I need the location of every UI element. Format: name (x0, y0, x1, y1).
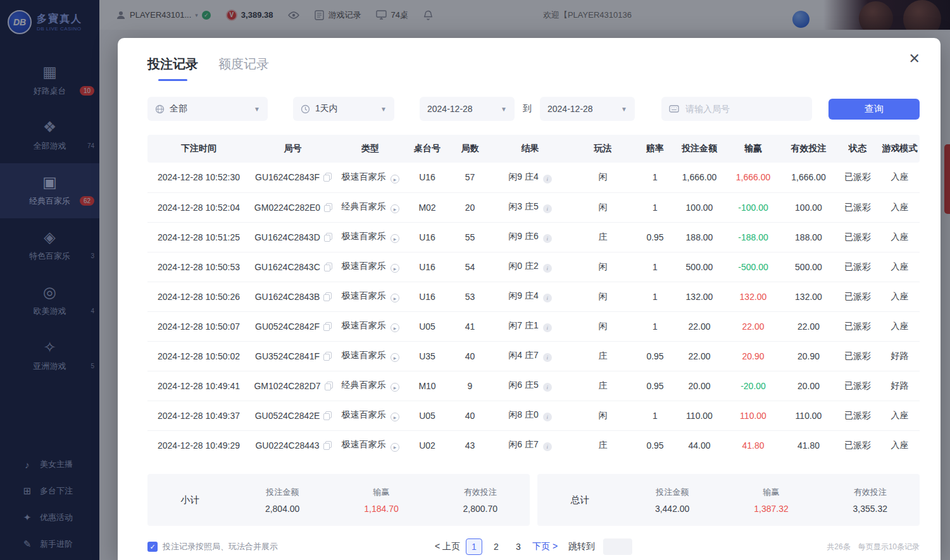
copy-icon[interactable] (324, 353, 330, 360)
cell-bet-amount: 22.00 (674, 311, 725, 341)
copy-icon[interactable] (324, 174, 330, 181)
copy-icon[interactable] (324, 323, 330, 330)
page-number-button[interactable]: 2 (488, 538, 504, 555)
cell-bet-time: 2024-12-28 10:50:02 (147, 341, 250, 371)
info-icon[interactable] (543, 204, 552, 213)
cell-odds: 0.95 (636, 222, 674, 252)
copy-icon[interactable] (325, 234, 331, 241)
tab-credit-records[interactable]: 额度记录 (218, 56, 269, 81)
cell-result: 闲3 庄5 (491, 192, 570, 222)
play-video-icon[interactable] (391, 383, 399, 392)
cell-valid-bet: 1,666.00 (782, 163, 835, 192)
date-to-value: 2024-12-28 (547, 104, 593, 114)
cell-table-number: U16 (405, 282, 449, 311)
info-icon[interactable] (543, 234, 552, 243)
copy-icon[interactable] (324, 294, 330, 301)
bet-record-row: 2024-12-28 10:50:53 GU1624C2843C 极速百家乐 U… (147, 252, 920, 282)
cell-result: 闲7 庄1 (491, 311, 570, 341)
play-video-icon[interactable] (391, 323, 399, 332)
cell-round-count: 43 (449, 430, 491, 460)
bet-record-row: 2024-12-28 10:49:29 GU0224C28443 极速百家乐 U… (147, 430, 920, 460)
keypad-icon (669, 105, 679, 113)
cell-bet-amount: 20.00 (674, 371, 725, 401)
bet-records-modal: ✕ 投注记录 额度记录 全部 ▼ 1天内 ▼ 2024-12-28 ▼ 到 20… (118, 38, 941, 560)
cell-game-type: 极速百家乐 (335, 282, 405, 311)
search-button[interactable]: 查询 (828, 99, 920, 120)
info-icon[interactable] (543, 353, 552, 362)
info-icon[interactable] (543, 413, 552, 421)
copy-icon[interactable] (325, 264, 331, 271)
date-from-picker[interactable]: 2024-12-28 ▼ (420, 97, 515, 121)
round-number-input[interactable] (684, 103, 804, 115)
info-icon[interactable] (543, 383, 552, 392)
copy-icon[interactable] (325, 204, 331, 211)
play-video-icon[interactable] (391, 175, 399, 184)
play-video-icon[interactable] (391, 234, 399, 243)
merge-checkbox[interactable]: ✓ (147, 542, 158, 552)
cell-valid-bet: 500.00 (782, 252, 835, 282)
play-video-icon[interactable] (391, 294, 399, 302)
total-bet: 投注金额 3,442.00 (623, 487, 722, 514)
tab-bet-records[interactable]: 投注记录 (147, 56, 198, 81)
copy-icon[interactable] (324, 442, 330, 449)
cell-win-loss: 22.00 (725, 311, 782, 341)
cell-play-type: 闲 (570, 252, 636, 282)
play-video-icon[interactable] (391, 264, 399, 273)
play-video-icon[interactable] (391, 443, 399, 452)
cell-table-number: M10 (405, 371, 449, 401)
cell-result: 闲9 庄4 (491, 163, 570, 192)
column-header: 结果 (491, 135, 570, 163)
cell-bet-time: 2024-12-28 10:52:04 (147, 192, 250, 222)
page-number-button[interactable]: 1 (466, 538, 482, 555)
info-icon[interactable] (543, 294, 552, 302)
info-icon[interactable] (543, 323, 552, 332)
cell-table-number: U16 (405, 252, 449, 282)
subtotal-valid: 有效投注 2,800.70 (431, 487, 530, 514)
cell-bet-amount: 188.00 (674, 222, 725, 252)
page-size-text: 每页显示10条记录 (858, 542, 920, 552)
cell-round-id: GM1024C282D7 (250, 371, 335, 401)
cell-odds: 1 (636, 311, 674, 341)
play-video-icon[interactable] (391, 413, 399, 421)
page-number-button[interactable]: 3 (510, 538, 527, 555)
cell-bet-time: 2024-12-28 10:49:41 (147, 371, 250, 401)
cell-bet-time: 2024-12-28 10:52:30 (147, 163, 250, 192)
date-to-picker[interactable]: 2024-12-28 ▼ (540, 97, 635, 121)
jump-to-input[interactable] (603, 538, 632, 555)
bet-records-table: 下注时间局号类型桌台号局数结果玩法赔率投注金额输赢有效投注状态游戏模式 2024… (147, 135, 920, 460)
cell-odds: 0.95 (636, 430, 674, 460)
cell-result: 闲4 庄7 (491, 341, 570, 371)
prev-page-button[interactable]: < 上页 (435, 541, 460, 552)
category-select[interactable]: 全部 ▼ (147, 97, 268, 121)
close-icon[interactable]: ✕ (909, 52, 920, 66)
cell-bet-time: 2024-12-28 10:49:29 (147, 430, 250, 460)
info-icon[interactable] (543, 175, 552, 184)
cell-game-mode: 入座 (880, 430, 920, 460)
cell-round-count: 20 (449, 192, 491, 222)
bet-record-row: 2024-12-28 10:52:30 GU1624C2843F 极速百家乐 U… (147, 163, 920, 192)
copy-icon[interactable] (325, 383, 332, 390)
copy-icon[interactable] (324, 413, 330, 420)
column-header: 游戏模式 (880, 135, 920, 163)
cell-valid-bet: 110.00 (782, 401, 835, 430)
cell-status: 已派彩 (835, 430, 880, 460)
info-icon[interactable] (543, 264, 552, 273)
cell-valid-bet: 20.00 (782, 371, 835, 401)
cell-round-id: GU0524C2842E (250, 401, 335, 430)
info-icon[interactable] (543, 442, 552, 451)
cell-win-loss: 110.00 (725, 401, 782, 430)
next-page-button[interactable]: 下页 > (532, 541, 558, 552)
chevron-down-icon: ▼ (501, 106, 507, 113)
date-range-to-label: 到 (523, 103, 532, 115)
play-video-icon[interactable] (391, 353, 399, 362)
cell-status: 已派彩 (835, 371, 880, 401)
date-from-value: 2024-12-28 (427, 104, 473, 114)
cell-game-mode: 好路 (880, 371, 920, 401)
cell-table-number: U16 (405, 222, 449, 252)
play-video-icon[interactable] (391, 204, 399, 213)
cell-result: 闲8 庄0 (491, 401, 570, 430)
period-select[interactable]: 1天内 ▼ (293, 97, 394, 121)
cell-round-id: GU0224C28443 (250, 430, 335, 460)
total-winloss: 输赢 1,387.32 (722, 487, 820, 514)
cell-round-id: GM0224C282E0 (250, 192, 335, 222)
